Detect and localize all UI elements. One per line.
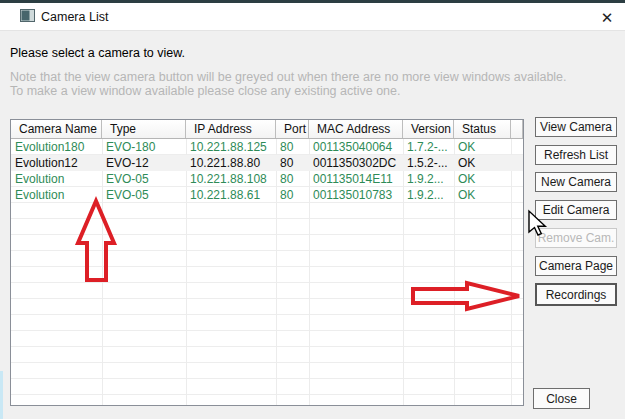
header-version[interactable]: Version bbox=[403, 120, 454, 138]
cell-version: 1.9.2... bbox=[403, 171, 454, 187]
window-title: Camera List bbox=[41, 10, 108, 24]
cell-ip-address: 10.221.88.61 bbox=[186, 187, 276, 203]
cell-camera-name: Evolution12 bbox=[11, 155, 102, 171]
table-row[interactable]: Evolution12 EVO-12 10.221.88.80 80 00113… bbox=[11, 155, 523, 171]
recordings-button[interactable]: Recordings bbox=[535, 283, 617, 306]
cell-type: EVO-180 bbox=[102, 139, 186, 155]
cell-status: OK bbox=[454, 155, 511, 171]
header-status[interactable]: Status bbox=[454, 120, 511, 138]
close-icon[interactable]: ✕ bbox=[595, 6, 619, 30]
cell-camera-name: Evolution bbox=[11, 171, 102, 187]
cell-type: EVO-12 bbox=[102, 155, 186, 171]
cell-camera-name: Evolution bbox=[11, 187, 102, 203]
note-line-1: Note that the view camera button will be… bbox=[10, 70, 567, 84]
table-row[interactable]: Evolution180 EVO-180 10.221.88.125 80 00… bbox=[11, 139, 523, 155]
titlebar: Camera List ✕ bbox=[0, 3, 625, 31]
cell-ip-address: 10.221.88.125 bbox=[186, 139, 276, 155]
camera-list-dialog: Camera List ✕ Please select a camera to … bbox=[0, 0, 625, 419]
table-row[interactable]: Evolution EVO-05 10.221.88.61 80 0011350… bbox=[11, 187, 523, 203]
header-filler bbox=[511, 120, 523, 138]
header-type[interactable]: Type bbox=[102, 120, 186, 138]
header-ip-address[interactable]: IP Address bbox=[186, 120, 276, 138]
table-header-row: Camera Name Type IP Address Port MAC Add… bbox=[11, 120, 523, 139]
cell-status: OK bbox=[454, 171, 511, 187]
cell-status: OK bbox=[454, 187, 511, 203]
refresh-list-button[interactable]: Refresh List bbox=[535, 145, 617, 165]
cell-status: OK bbox=[454, 139, 511, 155]
cell-version: 1.9.2... bbox=[403, 187, 454, 203]
cell-version: 1.7.2-... bbox=[403, 139, 454, 155]
note-line-2: To make a view window available please c… bbox=[10, 84, 401, 98]
desktop-background-sliver bbox=[0, 371, 3, 419]
edit-camera-button[interactable]: Edit Camera bbox=[535, 200, 617, 220]
close-button[interactable]: Close bbox=[533, 388, 590, 409]
cell-mac-address: 001135040064 bbox=[309, 139, 403, 155]
cell-ip-address: 10.221.88.108 bbox=[186, 171, 276, 187]
cell-port: 80 bbox=[276, 187, 309, 203]
cell-port: 80 bbox=[276, 155, 309, 171]
cell-ip-address: 10.221.88.80 bbox=[186, 155, 276, 171]
cell-type: EVO-05 bbox=[102, 187, 186, 203]
table-row[interactable]: Evolution EVO-05 10.221.88.108 80 001135… bbox=[11, 171, 523, 187]
camera-list-table: Camera Name Type IP Address Port MAC Add… bbox=[10, 119, 524, 406]
new-camera-button[interactable]: New Camera bbox=[535, 172, 617, 192]
table-body: Evolution180 EVO-180 10.221.88.125 80 00… bbox=[11, 139, 523, 405]
camera-page-button[interactable]: Camera Page bbox=[535, 256, 617, 276]
select-camera-prompt: Please select a camera to view. bbox=[10, 46, 185, 60]
header-port[interactable]: Port bbox=[276, 120, 309, 138]
header-mac-address[interactable]: MAC Address bbox=[309, 120, 403, 138]
view-camera-button[interactable]: View Camera bbox=[535, 117, 617, 137]
cell-mac-address: 001135014E11 bbox=[309, 171, 403, 187]
header-camera-name[interactable]: Camera Name bbox=[11, 120, 102, 138]
cell-camera-name: Evolution180 bbox=[11, 139, 102, 155]
remove-camera-button: Remove Cam. bbox=[535, 228, 617, 248]
cell-type: EVO-05 bbox=[102, 171, 186, 187]
cell-port: 80 bbox=[276, 139, 309, 155]
cell-version: 1.5.2-... bbox=[403, 155, 454, 171]
cell-mac-address: 001135010783 bbox=[309, 187, 403, 203]
app-icon bbox=[20, 9, 35, 22]
cell-mac-address: 0011350302DC bbox=[309, 155, 403, 171]
cell-port: 80 bbox=[276, 171, 309, 187]
